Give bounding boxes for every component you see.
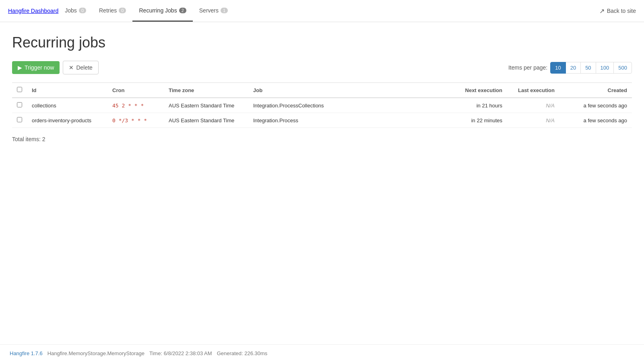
tab-retries-badge: 0 — [119, 8, 126, 13]
nav-brand[interactable]: Hangfire Dashboard — [8, 8, 58, 14]
row-check-2 — [12, 113, 27, 128]
tab-recurring-jobs-badge: 2 — [179, 8, 186, 13]
back-to-site-label: Back to site — [607, 8, 636, 14]
page-size-500[interactable]: 500 — [613, 62, 632, 74]
row-last-2: N/A — [507, 113, 559, 128]
row-cron-2: 0 */3 * * * — [107, 113, 164, 128]
cron-part: * — [140, 103, 144, 109]
tab-retries-label: Retries — [99, 7, 117, 14]
page-size-10[interactable]: 10 — [550, 62, 566, 74]
row-checkbox-2[interactable] — [17, 117, 22, 122]
page-size-50[interactable]: 50 — [580, 62, 596, 74]
cron-part: * — [134, 103, 138, 109]
row-id-2: orders-inventory-products — [27, 113, 107, 128]
trigger-label: Trigger now — [25, 64, 54, 71]
toolbar: ▶ Trigger now ✕ Delete Items per page: 1… — [12, 61, 632, 74]
table-row: orders-inventory-products 0 */3 * * * — [12, 113, 632, 128]
row-job-2: Integration.Process — [248, 113, 451, 128]
page-title: Recurring jobs — [12, 34, 632, 51]
col-header-tz: Time zone — [164, 83, 248, 98]
footer-storage: Hangfire.MemoryStorage.MemoryStorage — [47, 350, 144, 356]
delete-icon: ✕ — [69, 64, 74, 71]
row-tz-2: AUS Eastern Standard Time — [164, 113, 248, 128]
main-content: Recurring jobs ▶ Trigger now ✕ Delete It… — [0, 22, 644, 344]
cron-part: 2 — [122, 103, 125, 109]
version-link[interactable]: Hangfire 1.7.6 — [10, 350, 43, 356]
trigger-now-button[interactable]: ▶ Trigger now — [12, 61, 60, 74]
cron-part: 45 — [112, 103, 119, 109]
footer-time: Time: 6/8/2022 2:38:03 AM — [149, 350, 212, 356]
tab-jobs-badge: 0 — [79, 8, 86, 13]
col-header-job: Job — [248, 83, 451, 98]
col-header-created: Created — [559, 83, 632, 98]
row-next-2: in 22 minutes — [451, 113, 507, 128]
row-id-1: collections — [27, 98, 107, 113]
cron-part: * — [144, 117, 147, 123]
select-all-checkbox[interactable] — [17, 87, 22, 92]
row-job-1: Integration.ProcessCollections — [248, 98, 451, 113]
table-row: collections 45 2 * * * AUS Eastern S — [12, 98, 632, 113]
col-header-cron: Cron — [107, 83, 164, 98]
row-last-1: N/A — [507, 98, 559, 113]
total-items: Total items: 2 — [12, 136, 632, 142]
delete-label: Delete — [76, 64, 92, 71]
cron-part: */3 — [119, 117, 128, 123]
cron-part: 0 — [112, 117, 116, 123]
delete-button[interactable]: ✕ Delete — [63, 61, 98, 74]
trigger-icon: ▶ — [18, 64, 22, 71]
tab-jobs-label: Jobs — [65, 7, 77, 14]
row-created-1: a few seconds ago — [559, 98, 632, 113]
items-per-page-label: Items per page: — [508, 64, 547, 71]
tab-servers[interactable]: Servers 1 — [193, 0, 234, 22]
table-header-row: Id Cron Time zone Job Next execution Las… — [12, 83, 632, 98]
page-size-100[interactable]: 100 — [596, 62, 614, 74]
page-size-20[interactable]: 20 — [566, 62, 581, 74]
col-header-next: Next execution — [451, 83, 507, 98]
row-checkbox-1[interactable] — [17, 102, 22, 107]
footer-generated: Generated: 226.30ms — [217, 350, 268, 356]
row-next-1: in 21 hours — [451, 98, 507, 113]
col-header-id: Id — [27, 83, 107, 98]
navigation: Hangfire Dashboard Jobs 0 Retries 0 Recu… — [0, 0, 644, 22]
row-check-1 — [12, 98, 27, 113]
tab-servers-label: Servers — [199, 7, 219, 14]
row-cron-1: 45 2 * * * — [107, 98, 164, 113]
tab-servers-badge: 1 — [221, 8, 228, 13]
footer: Hangfire 1.7.6 Hangfire.MemoryStorage.Me… — [0, 344, 644, 362]
nav-tabs: Jobs 0 Retries 0 Recurring Jobs 2 Server… — [58, 0, 234, 22]
row-tz-1: AUS Eastern Standard Time — [164, 98, 248, 113]
tab-recurring-jobs[interactable]: Recurring Jobs 2 — [132, 0, 192, 22]
cron-part: * — [128, 103, 131, 109]
col-header-last: Last execution — [507, 83, 559, 98]
recurring-jobs-table: Id Cron Time zone Job Next execution Las… — [12, 82, 632, 128]
tab-jobs[interactable]: Jobs 0 — [58, 0, 93, 22]
tab-retries[interactable]: Retries 0 — [93, 0, 132, 22]
row-last-na-2: N/A — [546, 117, 555, 123]
items-per-page-control: Items per page: 10 20 50 100 500 — [508, 62, 632, 74]
back-to-site-link[interactable]: ↗ Back to site — [599, 7, 636, 15]
row-created-2: a few seconds ago — [559, 113, 632, 128]
back-to-site-icon: ↗ — [599, 7, 605, 15]
cron-part: * — [138, 117, 141, 123]
select-all-header — [12, 83, 27, 98]
cron-part: * — [131, 117, 134, 123]
row-last-na-1: N/A — [546, 103, 555, 109]
tab-recurring-jobs-label: Recurring Jobs — [139, 7, 177, 14]
